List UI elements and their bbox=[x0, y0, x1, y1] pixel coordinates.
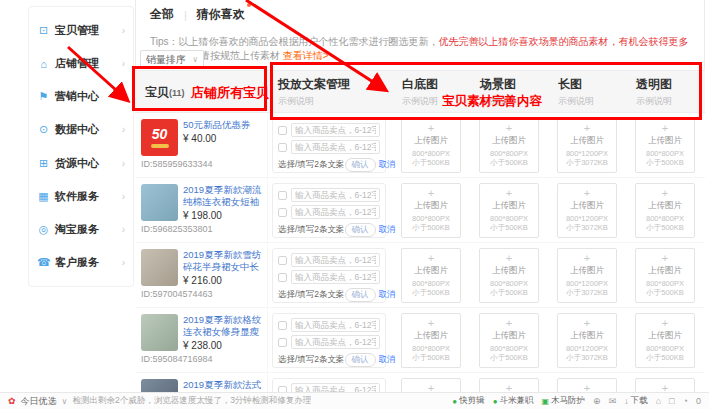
plus-icon: + bbox=[662, 188, 668, 199]
sidebar-item-product-manage[interactable]: ⊡ 宝贝管理 › bbox=[29, 23, 133, 38]
product-cell: 50 50元新品优惠券 ¥ 40.00 ID:585959633344 bbox=[135, 113, 268, 177]
software-grid-icon: ▦ bbox=[37, 190, 50, 203]
upload-transparent-button[interactable]: + 上传图片 800*800PX 小于500KB bbox=[635, 183, 695, 238]
checkbox[interactable] bbox=[278, 273, 287, 282]
sidebar-item-taobao-service[interactable]: ◎ 淘宝服务 › bbox=[29, 222, 133, 237]
example-link[interactable]: 示例说明 bbox=[278, 95, 392, 108]
promo-label[interactable]: 今日优选 bbox=[21, 395, 57, 408]
example-link[interactable]: 示例说明 bbox=[402, 95, 470, 108]
sort-dropdown[interactable]: 销量排序 ∨ bbox=[140, 50, 204, 69]
upload-whitebg-button[interactable]: + 上传图片 800*800PX 小于500KB bbox=[401, 313, 461, 368]
checkbox[interactable] bbox=[278, 191, 287, 200]
product-cell: 2019夏季新款格纹连衣裙女修身显瘦小众网红 ¥ 238.00 ID:59508… bbox=[135, 308, 268, 372]
column-header-scene: 场景图 示例说明 bbox=[470, 76, 548, 108]
ad-text[interactable]: 检测出剩余2个威胁，浏览器速度太慢了，3分钟检测和修复办理 bbox=[72, 395, 311, 407]
tab-bar: 全部 | 猜你喜欢 bbox=[136, 0, 704, 30]
upload-transparent-button[interactable]: + 上传图片 800*800PX 小于500KB bbox=[635, 248, 695, 303]
column-header-whitebg: 白底图 示例说明 bbox=[392, 76, 470, 108]
product-box-icon: ⊡ bbox=[37, 24, 50, 37]
selling-point-input[interactable] bbox=[291, 253, 380, 267]
selling-point-input[interactable] bbox=[291, 335, 380, 349]
confirm-button[interactable]: 确认 bbox=[345, 223, 376, 237]
shop-house-icon: ⌂ bbox=[37, 58, 50, 70]
sidebar-item-shop-manage[interactable]: ⌂ 店铺管理 › bbox=[29, 56, 133, 71]
download-button[interactable]: ↓下载 bbox=[624, 395, 648, 407]
upload-transparent-button[interactable]: + 上传图片 800*800PX 小于500KB bbox=[635, 313, 695, 368]
product-title-link[interactable]: 2019夏季新款潮流纯棉连衣裙女短袖收腰中长款 bbox=[183, 184, 263, 208]
selling-point-input[interactable] bbox=[291, 140, 380, 154]
upload-transparent-button[interactable]: + 上传图片 800*800PX 小于500KB bbox=[635, 118, 695, 173]
upload-scene-button[interactable]: + 上传图片 800*800PX 小于500KB bbox=[479, 118, 539, 173]
plus-icon: + bbox=[662, 318, 668, 329]
checkbox[interactable] bbox=[278, 208, 287, 217]
plus-icon: + bbox=[584, 318, 590, 329]
sidebar-item-customer-service[interactable]: ☎ 客户服务 › bbox=[29, 255, 133, 270]
plus-icon: + bbox=[506, 188, 512, 199]
window-icon[interactable]: □ bbox=[669, 396, 674, 406]
column-header-transparent: 透明图 示例说明 bbox=[626, 76, 704, 108]
speedup-icon[interactable]: ◔ bbox=[683, 396, 688, 406]
checkbox[interactable] bbox=[278, 338, 287, 347]
upload-long-button[interactable]: + 上传图片 800*1200PX 小于3072KB bbox=[557, 313, 617, 368]
confirm-button[interactable]: 确认 bbox=[345, 158, 376, 172]
upload-scene-button[interactable]: + 上传图片 800*800PX 小于500KB bbox=[479, 183, 539, 238]
example-link[interactable]: 示例说明 bbox=[636, 95, 704, 108]
product-title-link[interactable]: 2019夏季新款雪纺碎花半身裙女中长款荷叶边白 bbox=[183, 249, 263, 273]
tool-quick-clip[interactable]: ●快剪辑 bbox=[452, 395, 484, 407]
upload-whitebg-button[interactable]: + 上传图片 800*800PX 小于500KB bbox=[401, 118, 461, 173]
plus-icon: + bbox=[428, 318, 434, 329]
view-details-link[interactable]: 查看详情> bbox=[283, 50, 329, 61]
checkbox[interactable] bbox=[278, 321, 287, 330]
upload-scene-button[interactable]: + 上传图片 800*800PX 小于500KB bbox=[479, 313, 539, 368]
selling-point-input[interactable] bbox=[291, 270, 380, 284]
selling-point-input[interactable] bbox=[291, 318, 380, 332]
message-icon[interactable]: ✉ bbox=[609, 396, 617, 406]
chevron-right-icon: › bbox=[122, 58, 125, 69]
sidebar-item-label: 店铺管理 bbox=[55, 56, 117, 71]
upload-long-button[interactable]: + 上传图片 800*1200PX 小于3072KB bbox=[557, 183, 617, 238]
tab-all[interactable]: 全部 bbox=[150, 6, 174, 23]
tab-divider: | bbox=[184, 9, 187, 21]
customer-headset-icon: ☎ bbox=[37, 256, 50, 269]
chevron-right-icon: › bbox=[122, 191, 125, 202]
example-link[interactable]: 示例说明 bbox=[480, 95, 548, 108]
selling-point-input[interactable] bbox=[291, 188, 380, 202]
table-header: 宝贝(11) 投放文案管理 示例说明 白底图 示例说明 场景图 示例说明 长图 … bbox=[135, 70, 705, 113]
confirm-button[interactable]: 确认 bbox=[345, 288, 376, 302]
product-thumbnail bbox=[141, 314, 178, 351]
sidebar-item-software-service[interactable]: ▦ 软件服务 › bbox=[29, 189, 133, 204]
sidebar-item-data-center[interactable]: ⊙ 数据中心 › bbox=[29, 122, 133, 137]
example-link[interactable]: 示例说明 bbox=[558, 95, 626, 108]
sidebar-item-supply-center[interactable]: ⊞ 货源中心 › bbox=[29, 156, 133, 171]
tool-trojan-protect[interactable]: ▣木马防护 bbox=[542, 395, 586, 407]
product-title-link[interactable]: 50元新品优惠券 bbox=[183, 119, 251, 131]
chevron-down-icon[interactable]: ∨ bbox=[62, 397, 68, 406]
upload-scene-button[interactable]: + 上传图片 800*800PX 小于500KB bbox=[479, 248, 539, 303]
upload-long-button[interactable]: + 上传图片 800*1200PX 小于3072KB bbox=[557, 248, 617, 303]
checkbox[interactable] bbox=[278, 256, 287, 265]
upload-whitebg-button[interactable]: + 上传图片 800*800PX 小于500KB bbox=[401, 248, 461, 303]
sidebar-item-label: 数据中心 bbox=[55, 122, 117, 137]
product-id: ID:585959633344 bbox=[141, 159, 263, 169]
selling-point-input[interactable] bbox=[291, 123, 380, 137]
product-price: ¥ 216.00 bbox=[183, 275, 263, 286]
netbank-icon[interactable]: ⊕ bbox=[593, 396, 601, 406]
tab-guess-you-like[interactable]: 猜你喜欢 bbox=[197, 6, 245, 23]
upload-long-button[interactable]: + 上传图片 800*1200PX 小于3072KB bbox=[557, 118, 617, 173]
copywriting-cell: 选择/填写2条文案 确认 取消 bbox=[268, 113, 392, 177]
download-arrow-icon: ↓ bbox=[624, 396, 629, 406]
chevron-right-icon: › bbox=[122, 124, 125, 135]
sidebar-item-marketing-center[interactable]: ⚑ 营销中心 › bbox=[29, 89, 133, 104]
confirm-button[interactable]: 确认 bbox=[345, 353, 376, 367]
home-icon[interactable]: ⌂ bbox=[656, 396, 661, 406]
product-title-link[interactable]: 2019夏季新款格纹连衣裙女修身显瘦小众网红 bbox=[183, 314, 263, 338]
checkbox[interactable] bbox=[278, 143, 287, 152]
task-count[interactable]: 0 bbox=[696, 396, 701, 406]
tool-doumi-job[interactable]: ●斗米兼职 bbox=[493, 395, 534, 407]
selling-point-input[interactable] bbox=[291, 205, 380, 219]
supply-store-icon: ⊞ bbox=[37, 157, 50, 170]
plus-icon: + bbox=[428, 188, 434, 199]
checkbox[interactable] bbox=[278, 126, 287, 135]
sort-label: 销量排序 bbox=[146, 53, 186, 67]
upload-whitebg-button[interactable]: + 上传图片 800*800PX 小于500KB bbox=[401, 183, 461, 238]
